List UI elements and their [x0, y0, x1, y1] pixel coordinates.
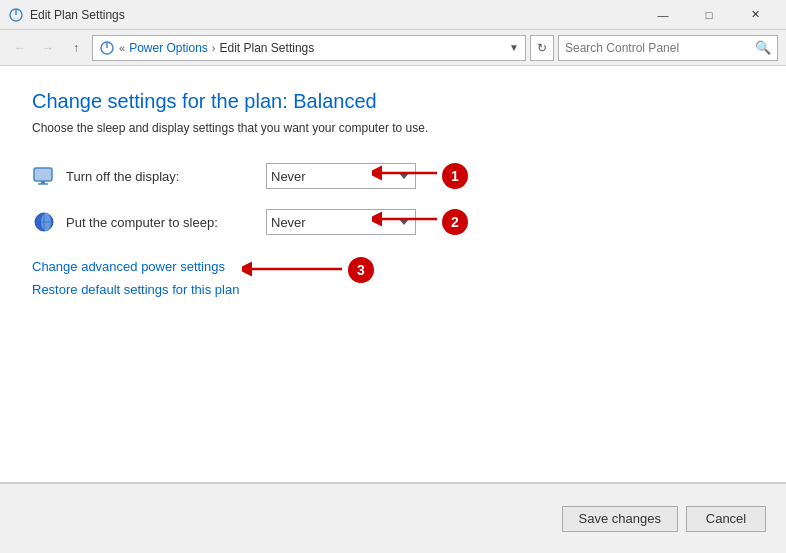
breadcrumb-arrow: ›	[212, 42, 216, 54]
annotation-badge-2: 2	[442, 209, 468, 235]
maximize-button[interactable]: □	[686, 0, 732, 30]
search-box: 🔍	[558, 35, 778, 61]
window-controls: — □ ✕	[640, 0, 778, 30]
refresh-button[interactable]: ↻	[530, 35, 554, 61]
main-content: Change settings for the plan: Balanced C…	[0, 66, 786, 483]
breadcrumb-current: Edit Plan Settings	[220, 41, 315, 55]
display-setting-row: Turn off the display: Never 1 minute 2 m…	[32, 163, 754, 189]
cancel-button[interactable]: Cancel	[686, 506, 766, 532]
display-setting-label: Turn off the display:	[66, 169, 266, 184]
footer-bar: Save changes Cancel	[0, 483, 786, 553]
sleep-setting-label: Put the computer to sleep:	[66, 215, 266, 230]
address-bar: ← → ↑ « Power Options › Edit Plan Settin…	[0, 30, 786, 66]
page-subtitle: Choose the sleep and display settings th…	[32, 121, 754, 135]
breadcrumb-separator: «	[119, 42, 125, 54]
breadcrumb-icon	[99, 40, 115, 56]
annotation-badge-1: 1	[442, 163, 468, 189]
close-button[interactable]: ✕	[732, 0, 778, 30]
breadcrumb: « Power Options › Edit Plan Settings ▼	[92, 35, 526, 61]
advanced-settings-link[interactable]: Change advanced power settings	[32, 259, 754, 274]
forward-button[interactable]: →	[36, 36, 60, 60]
annotation-arrow-2	[372, 205, 452, 235]
annotation-badge-3: 3	[348, 257, 374, 283]
restore-defaults-link[interactable]: Restore default settings for this plan	[32, 282, 754, 297]
back-button[interactable]: ←	[8, 36, 32, 60]
annotation-arrow-1	[372, 159, 452, 189]
search-input[interactable]	[565, 41, 755, 55]
window-icon	[8, 7, 24, 23]
display-icon	[32, 164, 56, 188]
breadcrumb-parent-link[interactable]: Power Options	[129, 41, 208, 55]
sleep-icon	[32, 210, 56, 234]
up-button[interactable]: ↑	[64, 36, 88, 60]
svg-rect-4	[34, 168, 52, 181]
save-changes-button[interactable]: Save changes	[562, 506, 678, 532]
sleep-setting-row: Put the computer to sleep: Never 1 minut…	[32, 209, 754, 235]
page-title: Change settings for the plan: Balanced	[32, 90, 754, 113]
title-bar-text: Edit Plan Settings	[30, 8, 640, 22]
links-section: Change advanced power settings 3 Restore…	[32, 259, 754, 297]
annotation-arrow-3	[242, 255, 362, 285]
breadcrumb-chevron-icon[interactable]: ▼	[509, 42, 519, 53]
search-icon[interactable]: 🔍	[755, 40, 771, 55]
minimize-button[interactable]: —	[640, 0, 686, 30]
title-bar: Edit Plan Settings — □ ✕	[0, 0, 786, 30]
